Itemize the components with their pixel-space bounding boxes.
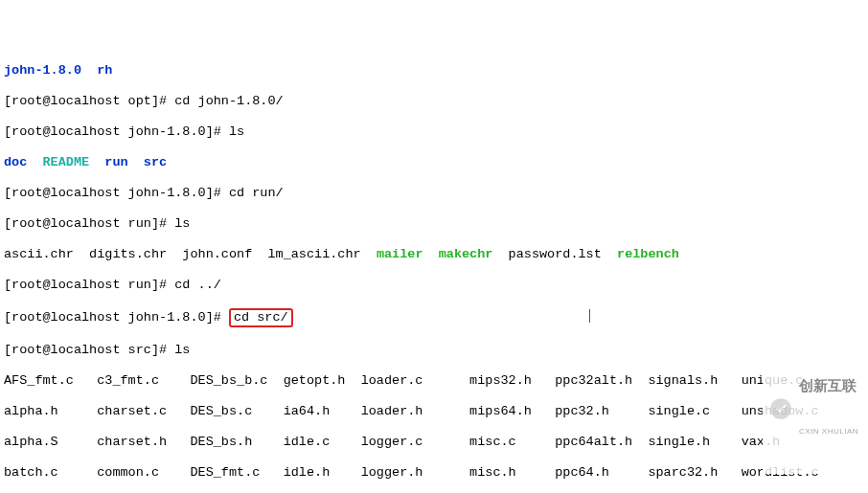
dir-run: run bbox=[104, 155, 127, 169]
exec-makechr: makechr bbox=[439, 247, 493, 261]
cmd: cd run/ bbox=[229, 186, 284, 200]
prompt: [root@localhost john-1.8.0]# bbox=[4, 186, 229, 200]
text-cursor-icon bbox=[589, 309, 591, 323]
prompt: [root@localhost src]# bbox=[4, 343, 174, 357]
term-line: [root@localhost john-1.8.0]# cd src/ bbox=[4, 308, 868, 327]
cmd: cd john-1.8.0/ bbox=[174, 94, 283, 108]
term-line: ascii.chr digits.chr john.conf lm_ascii.… bbox=[4, 247, 868, 262]
highlight-cd-src: cd src/ bbox=[229, 308, 293, 327]
term-line: john-1.8.0 rh bbox=[4, 63, 868, 78]
cmd: ls bbox=[174, 343, 190, 357]
ls-row: alpha.S charset.h DES_bs.h idle.c logger… bbox=[4, 435, 868, 450]
ls-row: AFS_fmt.c c3_fmt.c DES_bs_b.c getopt.h l… bbox=[4, 373, 868, 389]
dir-rh: rh bbox=[97, 63, 112, 78]
prompt: [root@localhost opt]# bbox=[4, 94, 174, 108]
term-line: [root@localhost src]# ls bbox=[4, 343, 868, 358]
term-line: [root@localhost john-1.8.0]# cd run/ bbox=[4, 186, 868, 201]
term-line: [root@localhost run]# cd ../ bbox=[4, 278, 868, 293]
ls-row: alpha.h charset.c DES_bs.c ia64.h loader… bbox=[4, 404, 868, 419]
prompt: [root@localhost john-1.8.0]# bbox=[4, 310, 229, 325]
cmd: cd ../ bbox=[174, 278, 221, 292]
watermark: 创新互联 CXIN XHULIAN bbox=[763, 344, 864, 474]
prompt: [root@localhost john-1.8.0]# bbox=[4, 124, 229, 139]
exec-mailer: mailer bbox=[377, 247, 423, 261]
exec-relbench: relbench bbox=[617, 247, 679, 261]
term-line: [root@localhost opt]# cd john-1.8.0/ bbox=[4, 94, 868, 109]
term-line: doc README run src bbox=[4, 155, 868, 170]
term-line: [root@localhost run]# ls bbox=[4, 216, 868, 232]
dir-src: src bbox=[144, 155, 167, 169]
term-line: [root@localhost john-1.8.0]# ls bbox=[4, 124, 868, 140]
dir-john: john-1.8.0 bbox=[4, 63, 81, 78]
dir-doc: doc bbox=[4, 155, 27, 169]
cmd: ls bbox=[229, 124, 244, 139]
cmd: ls bbox=[174, 216, 190, 231]
prompt: [root@localhost run]# bbox=[4, 278, 174, 292]
watermark-logo-icon bbox=[768, 396, 793, 421]
prompt: [root@localhost run]# bbox=[4, 216, 174, 231]
ls-row: batch.c common.c DES_fmt.c idle.h logger… bbox=[4, 465, 868, 481]
file-readme: README bbox=[43, 155, 90, 169]
watermark-text: 创新互联 CXIN XHULIAN bbox=[799, 347, 858, 470]
